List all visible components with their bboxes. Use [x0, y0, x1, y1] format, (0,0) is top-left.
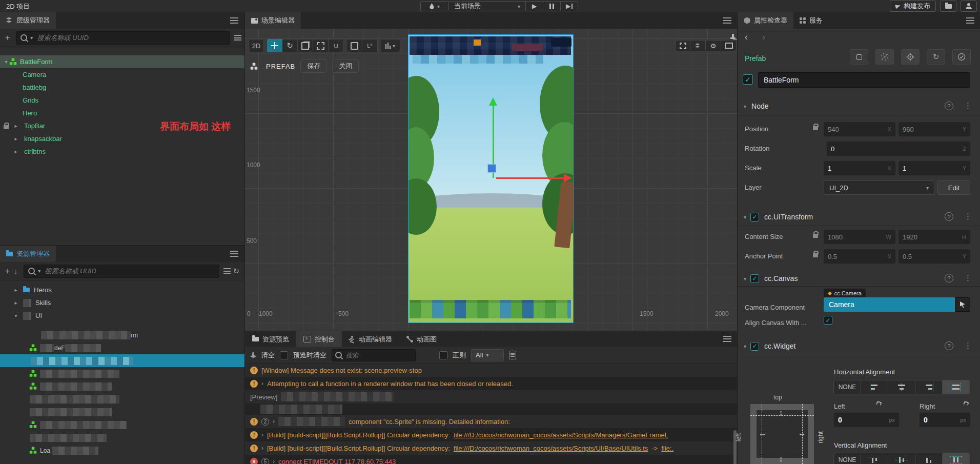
widget-section-header[interactable]: ▾ ✓ cc.Widget: [738, 338, 980, 354]
account-button[interactable]: [961, 1, 977, 12]
anchor-x-input[interactable]: 0.5X: [824, 249, 895, 264]
prefab-revert-button[interactable]: ↻: [927, 49, 945, 65]
asset-row-skills[interactable]: ▸ Skills: [0, 296, 244, 309]
content-height-input[interactable]: 1920H: [899, 230, 970, 244]
tree-row-hero[interactable]: Hero: [0, 107, 244, 119]
list-view-icon[interactable]: [223, 268, 231, 274]
log-row[interactable]: ! › Attempting to call a function in a r…: [245, 377, 738, 390]
asset-row-heros[interactable]: ▸ Heros: [0, 284, 244, 296]
asset-row-censored[interactable]: rm: [0, 329, 244, 341]
sort-icon[interactable]: ↓: [12, 267, 19, 275]
scene-settings-button[interactable]: ⚙: [706, 40, 721, 51]
content-width-input[interactable]: 1080W: [824, 230, 895, 244]
expand-icon[interactable]: ›: [273, 418, 275, 425]
node-name-field[interactable]: BattleForm: [758, 72, 970, 88]
help-icon[interactable]: ?: [945, 212, 953, 221]
regex-checkbox[interactable]: [439, 351, 447, 359]
grid-visibility-dropdown[interactable]: ▾: [381, 39, 400, 52]
help-icon[interactable]: ?: [945, 274, 953, 283]
camera-picker-button[interactable]: [955, 297, 970, 312]
create-node-button[interactable]: +: [3, 33, 12, 43]
hierarchy-menu-button[interactable]: [230, 17, 238, 24]
pivot-rotation-button[interactable]: L°: [362, 39, 378, 52]
play-button[interactable]: ▶: [526, 1, 543, 11]
hierarchy-search-input[interactable]: [36, 33, 226, 42]
tree-row-battleform[interactable]: ▾ BattleForm: [0, 55, 244, 68]
left-offset-input[interactable]: 0px: [834, 413, 899, 427]
pivot-position-button[interactable]: [347, 39, 362, 52]
component-enabled-checkbox[interactable]: ✓: [750, 213, 759, 221]
refresh-icon[interactable]: ↻: [231, 267, 241, 276]
clear-on-preview-checkbox[interactable]: [280, 351, 288, 359]
assets-search-input[interactable]: [44, 267, 215, 275]
clear-label[interactable]: 清空: [261, 351, 275, 360]
tree-row-ctrlbtns[interactable]: ▸ ctrlbtns: [0, 145, 244, 158]
node-section-header[interactable]: ▾ Node: [738, 98, 980, 114]
right-offset-input[interactable]: 0px: [920, 413, 970, 427]
aspect-ratio-button[interactable]: [721, 40, 737, 51]
log-row[interactable]: ! › [Build] [build-script][[Build.Script…: [245, 428, 738, 441]
prefab-close-button[interactable]: 关闭: [332, 59, 359, 73]
gizmo-center-handle[interactable]: [487, 164, 496, 173]
component-enabled-checkbox[interactable]: ✓: [750, 342, 759, 351]
prefab-save-button[interactable]: 保存: [300, 59, 327, 73]
log-link[interactable]: file:.: [661, 445, 673, 452]
log-row[interactable]: [245, 404, 738, 415]
tab-inspector[interactable]: 属性检查器: [738, 12, 793, 29]
scene-viewport[interactable]: 2D ↻ ∪ L° ▾ ⚙ PREFAB 保存 关闭: [245, 29, 738, 331]
chevron-down-icon[interactable]: ▾: [744, 344, 746, 349]
mode-2d-button[interactable]: 2D: [249, 39, 264, 52]
chevron-right-icon[interactable]: ▸: [13, 149, 19, 154]
lock-icon[interactable]: [813, 126, 818, 130]
h-align-left[interactable]: [861, 380, 888, 394]
asset-row-loa[interactable]: Loa: [0, 444, 244, 457]
create-asset-button[interactable]: +: [3, 267, 12, 276]
log-row[interactable]: [Preview]: [245, 390, 738, 404]
rect-tool-button[interactable]: [313, 39, 329, 52]
grid-toggle-button[interactable]: [675, 40, 690, 51]
chevron-right-icon[interactable]: ▸: [13, 123, 19, 129]
tab-assets[interactable]: 资源管理器: [0, 246, 56, 262]
scale-x-input[interactable]: 1X: [824, 161, 895, 175]
h-align-right[interactable]: [915, 380, 943, 394]
anchor-y-input[interactable]: 0.5Y: [899, 249, 970, 264]
gizmo-visibility-button[interactable]: [690, 40, 706, 51]
asset-row-selected[interactable]: [0, 354, 244, 367]
chevron-right-icon[interactable]: ▸: [13, 136, 19, 142]
scale-y-input[interactable]: 1Y: [899, 161, 970, 175]
clear-icon[interactable]: [250, 352, 256, 358]
gizmo-x-axis[interactable]: [496, 177, 564, 179]
expand-icon[interactable]: ›: [273, 458, 275, 464]
h-align-none[interactable]: NONE: [834, 380, 861, 394]
tree-row-knapsackbar[interactable]: ▸ knapsackbar: [0, 132, 244, 145]
log-file-icon[interactable]: [509, 351, 516, 359]
tree-row-camera[interactable]: Camera: [0, 68, 244, 81]
gizmo-tool-button[interactable]: ∪: [329, 39, 344, 52]
camera-reference-field[interactable]: Camera: [824, 297, 955, 312]
asset-row-censored[interactable]: [0, 431, 244, 444]
scene-select[interactable]: 当前场景 ▾: [449, 1, 526, 11]
open-project-folder-button[interactable]: [940, 1, 956, 12]
lock-icon[interactable]: [813, 234, 818, 238]
build-publish-button[interactable]: 构建发布: [890, 1, 936, 12]
log-link[interactable]: file:///D:/cocos/richwoman_cocos/assets/…: [454, 445, 648, 452]
tab-console[interactable]: 控制台: [296, 331, 342, 347]
section-menu-icon[interactable]: ⋮: [964, 212, 972, 221]
v-align-middle[interactable]: [888, 453, 915, 464]
list-view-icon[interactable]: [234, 35, 241, 41]
asset-row-censored[interactable]: [0, 406, 244, 418]
chevron-down-icon[interactable]: ▾: [744, 104, 746, 109]
node-active-checkbox[interactable]: ✓: [743, 74, 753, 85]
asset-row-censored[interactable]: [0, 380, 244, 393]
tree-row-grids[interactable]: Grids: [0, 94, 244, 107]
assets-search[interactable]: ▾: [24, 265, 219, 278]
v-align-none[interactable]: NONE: [834, 453, 861, 464]
log-row[interactable]: ! 2 › component "cc.Sprite" is missing. …: [245, 415, 738, 428]
move-tool-button[interactable]: [267, 39, 282, 52]
expand-icon[interactable]: ›: [261, 431, 263, 438]
preview-platform-button[interactable]: ▾: [420, 1, 449, 11]
console-search-input[interactable]: [345, 351, 412, 359]
step-button[interactable]: ▶: [561, 1, 578, 11]
h-align-center[interactable]: [888, 380, 915, 394]
tab-hierarchy[interactable]: 层级管理器: [0, 12, 56, 29]
